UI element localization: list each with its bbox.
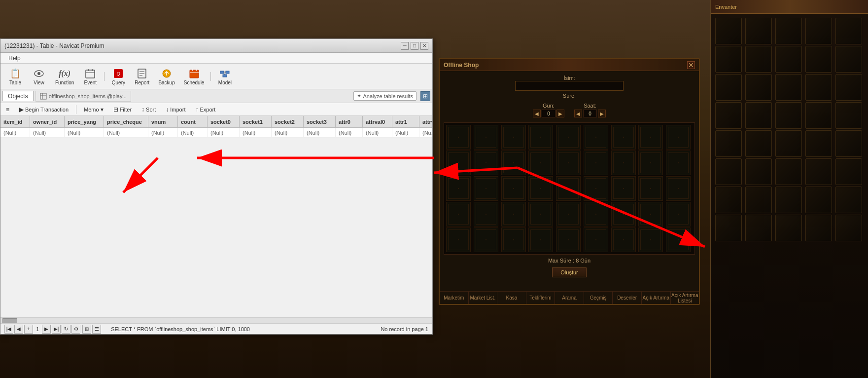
shop-tab-7[interactable]: Açık Artırma	[642, 292, 671, 304]
menu-help[interactable]: Help	[4, 54, 25, 63]
shop-tab-6[interactable]: Desenler	[613, 292, 642, 304]
close-button[interactable]: ✕	[420, 42, 428, 50]
scrollbar-thumb[interactable]	[2, 318, 17, 323]
shop-slot[interactable]	[528, 202, 553, 227]
saat-increment-btn[interactable]: ▶	[598, 110, 606, 117]
shop-slot[interactable]	[528, 227, 553, 252]
toolbar-view[interactable]: View	[28, 66, 50, 87]
last-page-btn[interactable]: ▶|	[52, 325, 61, 334]
shop-slot[interactable]	[446, 202, 471, 227]
shop-tab-2[interactable]: Kasa	[497, 292, 526, 304]
shop-slot[interactable]	[611, 151, 636, 175]
shop-tab-4[interactable]: Arama	[555, 292, 584, 304]
shop-slot[interactable]	[666, 227, 691, 252]
toolbar-table[interactable]: 📋 Table	[4, 66, 26, 87]
form-view-btn[interactable]: ☰	[92, 325, 101, 334]
memo-btn[interactable]: Memo ▾	[80, 105, 107, 114]
shop-slot[interactable]	[638, 151, 663, 175]
gun-increment-btn[interactable]: ▶	[556, 110, 564, 117]
shop-tab-3[interactable]: Tekliflerim	[526, 292, 556, 304]
shop-slot[interactable]	[666, 151, 691, 175]
shop-tab-5[interactable]: Geçmiş	[584, 292, 613, 304]
shop-slot[interactable]	[611, 125, 636, 150]
toolbar-model[interactable]: Model	[214, 66, 236, 87]
minimize-button[interactable]: ─	[401, 42, 409, 50]
begin-transaction-btn[interactable]: ▶ Begin Transaction	[16, 105, 72, 114]
shop-slot[interactable]	[501, 125, 526, 150]
shop-slot[interactable]	[446, 176, 471, 201]
saat-decrement-btn[interactable]: ◀	[574, 110, 582, 117]
shop-slot[interactable]	[474, 151, 498, 175]
toolbar-query[interactable]: Q Query	[107, 66, 129, 87]
shop-close-button[interactable]: ✕	[687, 61, 695, 69]
sort-btn[interactable]: ↕ Sort	[138, 105, 159, 114]
table-data-tab[interactable]: offlineshop_shop_items @play...	[35, 91, 131, 102]
window-controls: ─ □ ✕	[401, 42, 428, 50]
shop-slot[interactable]	[501, 202, 526, 227]
inv-slot	[715, 102, 742, 129]
shop-slot[interactable]	[528, 176, 553, 201]
toolbar-event[interactable]: Event	[79, 66, 101, 87]
shop-slot[interactable]	[474, 202, 498, 227]
shop-slot[interactable]	[528, 151, 553, 175]
create-shop-button[interactable]: Oluştur	[552, 267, 586, 277]
gun-decrement-btn[interactable]: ◀	[533, 110, 541, 117]
shop-slot[interactable]	[446, 151, 471, 175]
hamburger-btn[interactable]: ≡	[2, 105, 13, 114]
toolbar-schedule[interactable]: Schedule	[180, 66, 208, 87]
table-cell-11: (Null)	[363, 128, 392, 137]
shop-slot[interactable]	[666, 176, 691, 201]
filter-btn[interactable]: ⊟ Filter	[110, 105, 135, 114]
shop-slot[interactable]	[666, 202, 691, 227]
objects-tab[interactable]: Objects	[2, 91, 34, 101]
import-btn[interactable]: ↓ Import	[162, 105, 189, 114]
shop-slot[interactable]	[584, 125, 608, 150]
shop-slot[interactable]	[638, 176, 663, 201]
toolbar-report[interactable]: Report	[131, 66, 153, 87]
add-row-btn[interactable]: +	[24, 325, 33, 334]
shop-slot[interactable]	[474, 227, 498, 252]
shop-slot[interactable]	[611, 227, 636, 252]
analyze-btn[interactable]: ✦ Analyze table results	[353, 91, 417, 101]
shop-slot[interactable]	[584, 202, 608, 227]
toolbar-backup[interactable]: Backup	[155, 66, 178, 87]
shop-slot[interactable]	[584, 151, 608, 175]
prev-btn[interactable]: ◀	[14, 325, 23, 334]
shop-slot[interactable]	[556, 151, 581, 175]
shop-tab-1[interactable]: Market List.	[469, 292, 498, 304]
shop-slot[interactable]	[638, 227, 663, 252]
shop-slot[interactable]	[666, 125, 691, 150]
next-btn[interactable]: ▶	[42, 325, 51, 334]
shop-slot[interactable]	[556, 227, 581, 252]
shop-slot[interactable]	[638, 125, 663, 150]
shop-slot[interactable]	[501, 227, 526, 252]
shop-slot[interactable]	[501, 176, 526, 201]
shop-slot[interactable]	[611, 202, 636, 227]
nav-extra-btn[interactable]: ⊞	[420, 91, 430, 101]
shop-slot[interactable]	[556, 176, 581, 201]
shop-slot[interactable]	[474, 125, 498, 150]
maximize-button[interactable]: □	[411, 42, 418, 50]
shop-slot[interactable]	[556, 125, 581, 150]
toolbar-function[interactable]: f(x) Function	[52, 66, 77, 87]
grid-view-btn[interactable]: ⊞	[82, 325, 91, 334]
export-btn[interactable]: ↑ Export	[192, 105, 219, 114]
shop-slot[interactable]	[528, 125, 553, 150]
shop-tab-8[interactable]: Açık Artırma Listesi	[671, 292, 699, 304]
shop-slot[interactable]	[446, 227, 471, 252]
shop-slot[interactable]	[584, 176, 608, 201]
shop-slot[interactable]	[584, 227, 608, 252]
settings-btn[interactable]: ⚙	[71, 325, 80, 334]
shop-slot[interactable]	[611, 176, 636, 201]
shop-name-input[interactable]	[515, 81, 624, 91]
shop-slot[interactable]	[638, 202, 663, 227]
shop-slot[interactable]	[501, 151, 526, 175]
import-label: Import	[170, 107, 185, 113]
shop-slot[interactable]	[474, 176, 498, 201]
first-page-btn[interactable]: |◀	[4, 325, 13, 334]
horizontal-scrollbar[interactable]	[0, 317, 432, 323]
shop-slot[interactable]	[446, 125, 471, 150]
shop-tab-0[interactable]: Marketim	[440, 292, 469, 304]
shop-slot[interactable]	[556, 202, 581, 227]
refresh-btn[interactable]: ↻	[62, 325, 70, 334]
